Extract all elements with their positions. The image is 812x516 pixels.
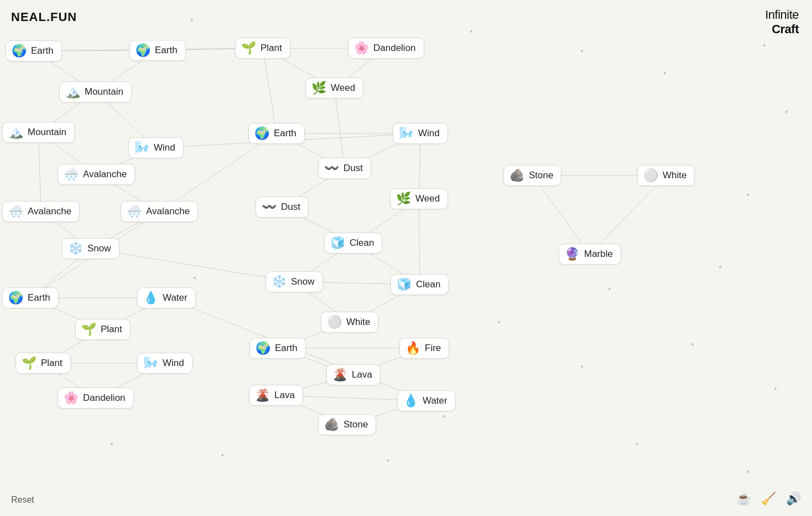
element-label-e31: Lava <box>274 390 295 401</box>
sound-icon[interactable]: 🔊 <box>786 492 801 506</box>
element-label-e13: Plant <box>41 358 63 369</box>
decorative-dot <box>774 388 777 390</box>
element-label-e32: Water <box>423 395 447 406</box>
element-card-e12[interactable]: 🌱Plant <box>75 319 131 340</box>
element-label-e30: Lava <box>352 369 372 380</box>
element-label-e24: Clean <box>350 238 374 249</box>
element-icon-e19: 🌍 <box>254 127 269 140</box>
element-icon-e12: 🌱 <box>81 323 96 336</box>
element-icon-e30: 🌋 <box>332 369 347 381</box>
element-card-e32[interactable]: 💧Water <box>397 390 456 411</box>
brand-line2: Craft <box>765 22 799 37</box>
element-card-e22[interactable]: 🌿Weed <box>390 188 448 209</box>
connection-line-e22-e26 <box>419 199 420 285</box>
footer-icons: ☕ 🧹 🔊 <box>736 492 801 506</box>
element-icon-e23: 〰️ <box>262 201 277 213</box>
element-card-e28[interactable]: 🌍Earth <box>249 338 306 359</box>
reset-button[interactable]: Reset <box>11 495 34 505</box>
element-icon-e36: 🔮 <box>565 248 580 260</box>
element-icon-e5: 🌬️ <box>134 142 149 154</box>
element-icon-e7: 🌨️ <box>8 205 23 218</box>
brand: Infinite Craft <box>765 8 799 37</box>
decorative-dot <box>664 72 666 74</box>
element-card-e25[interactable]: ❄️Snow <box>266 271 323 292</box>
element-icon-e15: 🌸 <box>64 392 79 404</box>
element-card-e15[interactable]: 🌸Dandelion <box>58 388 134 409</box>
element-icon-e32: 💧 <box>403 395 418 407</box>
decorative-dot <box>763 44 766 47</box>
element-card-e8[interactable]: 🌨️Avalanche <box>121 201 198 222</box>
element-icon-e8: 🌨️ <box>127 205 142 218</box>
element-label-e7: Avalanche <box>28 206 71 217</box>
element-card-e10[interactable]: 🌍Earth <box>2 287 59 308</box>
element-card-e1[interactable]: 🌍Earth <box>6 40 62 61</box>
element-icon-e1: 🌍 <box>12 45 27 57</box>
element-card-e6[interactable]: 🌨️Avalanche <box>58 164 135 185</box>
element-label-e28: Earth <box>275 343 298 354</box>
element-label-e2: Earth <box>155 45 178 56</box>
element-icon-e9: ❄️ <box>68 242 83 255</box>
decorative-dot <box>719 266 721 268</box>
element-card-e7[interactable]: 🌨️Avalanche <box>2 201 80 222</box>
decorative-dot <box>636 443 638 445</box>
element-card-e17[interactable]: 🌸Dandelion <box>348 38 424 59</box>
element-label-e25: Snow <box>291 276 315 287</box>
element-card-e2[interactable]: 🌍Earth <box>129 40 186 61</box>
element-card-e13[interactable]: 🌱Plant <box>15 353 71 374</box>
element-label-e9: Snow <box>87 243 111 254</box>
element-icon-e10: 🌍 <box>8 292 23 304</box>
element-card-e21[interactable]: 〰️Dust <box>318 158 371 179</box>
element-icon-e11: 💧 <box>143 292 158 304</box>
element-card-e19[interactable]: 🌍Earth <box>248 123 305 144</box>
element-card-e23[interactable]: 〰️Dust <box>256 197 309 218</box>
element-card-e30[interactable]: 🌋Lava <box>326 364 381 385</box>
element-card-e4[interactable]: 🏔️Mountain <box>2 122 75 143</box>
element-card-e11[interactable]: 💧Water <box>137 287 196 308</box>
element-label-e10: Earth <box>28 292 50 303</box>
element-card-e36[interactable]: 🔮Marble <box>559 244 621 265</box>
element-card-e34[interactable]: 🪨Stone <box>503 165 561 186</box>
element-icon-e18: 🌿 <box>311 82 326 94</box>
element-label-e5: Wind <box>154 142 175 153</box>
element-card-e16[interactable]: 🌱Plant <box>235 38 290 59</box>
element-card-e3[interactable]: 🏔️Mountain <box>59 81 132 102</box>
element-card-e24[interactable]: 🧊Clean <box>324 233 382 254</box>
element-card-e29[interactable]: 🔥Fire <box>399 338 449 359</box>
element-card-e14[interactable]: 🌬️Wind <box>137 353 192 374</box>
decorative-dot <box>470 30 472 33</box>
element-card-e5[interactable]: 🌬️Wind <box>128 137 184 158</box>
brush-icon[interactable]: 🧹 <box>761 492 776 506</box>
decorative-dot <box>581 365 583 368</box>
element-label-e36: Marble <box>584 249 613 260</box>
element-card-e20[interactable]: 🌬️Wind <box>393 123 448 144</box>
element-card-e27[interactable]: ⚪White <box>321 312 378 333</box>
decorative-dot <box>191 19 193 22</box>
element-card-e18[interactable]: 🌿Weed <box>305 78 363 99</box>
element-icon-e29: 🔥 <box>405 342 420 354</box>
decorative-dot <box>498 321 500 323</box>
element-label-e4: Mountain <box>28 127 66 138</box>
element-label-e29: Fire <box>425 343 441 354</box>
decorative-dot <box>387 460 389 462</box>
element-icon-e21: 〰️ <box>324 162 339 174</box>
element-card-e35[interactable]: ⚪White <box>637 165 695 186</box>
element-label-e6: Avalanche <box>83 169 127 180</box>
element-label-e33: Stone <box>343 419 368 430</box>
element-card-e31[interactable]: 🌋Lava <box>249 385 303 406</box>
brand-line1: Infinite <box>765 8 799 22</box>
element-label-e1: Earth <box>31 45 54 56</box>
element-label-e18: Weed <box>331 82 355 94</box>
element-icon-e24: 🧊 <box>330 237 345 249</box>
element-card-e33[interactable]: 🪨Stone <box>318 414 376 435</box>
coffee-icon[interactable]: ☕ <box>736 492 751 506</box>
element-icon-e26: 🧊 <box>397 278 412 291</box>
decorative-dot <box>221 454 223 456</box>
connection-line-e4-e7 <box>38 132 41 211</box>
element-card-e9[interactable]: ❄️Snow <box>62 238 119 259</box>
element-card-e26[interactable]: 🧊Clean <box>391 274 449 295</box>
element-label-e21: Dust <box>343 163 363 174</box>
element-icon-e16: 🌱 <box>241 42 256 54</box>
element-icon-e14: 🌬️ <box>143 357 158 369</box>
decorative-dot <box>581 50 583 52</box>
element-icon-e31: 🌋 <box>255 389 270 401</box>
